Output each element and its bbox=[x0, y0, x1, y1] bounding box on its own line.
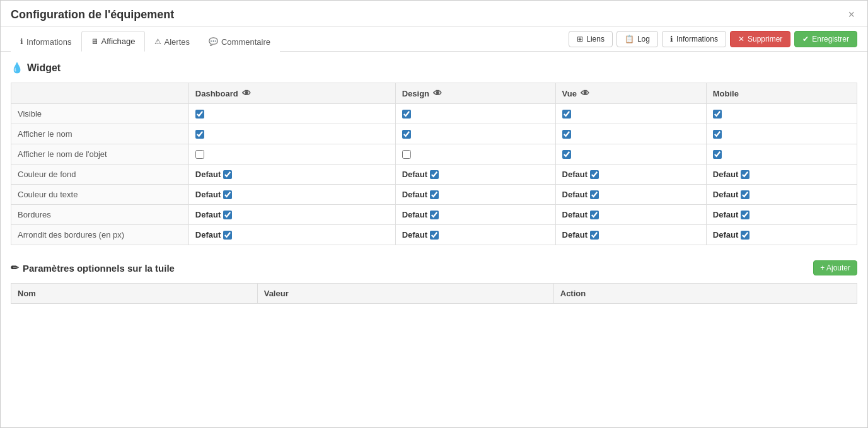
defaut-checkbox-vue-5[interactable] bbox=[590, 211, 599, 219]
defaut-label-vue-4: Defaut bbox=[562, 190, 587, 199]
log-button[interactable]: 📋 Log bbox=[616, 31, 658, 47]
dashboard-eye-icon: 👁 bbox=[242, 88, 251, 98]
table-row: Afficher le nom de l'objet bbox=[11, 144, 857, 165]
params-section-header: ✏ Paramètres optionnels sur la tuile + A… bbox=[11, 260, 857, 275]
enregistrer-button[interactable]: ✔ Enregistrer bbox=[794, 31, 857, 47]
enregistrer-label: Enregistrer bbox=[812, 35, 849, 43]
widget-section-title: 💧 Widget bbox=[11, 62, 857, 74]
cell-vue-0 bbox=[555, 104, 706, 124]
add-button[interactable]: + Ajouter bbox=[813, 260, 857, 275]
modal-body: 💧 Widget Dashboard 👁 Design bbox=[1, 52, 867, 314]
defaut-checkbox-mobile-3[interactable] bbox=[741, 170, 749, 179]
tab-alertes-label: Alertes bbox=[165, 37, 190, 47]
modal-close-button[interactable]: × bbox=[845, 8, 857, 21]
defaut-label-mobile-4: Defaut bbox=[713, 190, 738, 199]
cell-dashboard-6: Defaut bbox=[188, 225, 395, 245]
checkbox-dashboard-2[interactable] bbox=[195, 150, 204, 159]
row-label: Visible bbox=[11, 104, 189, 124]
checkbox-vue-0[interactable] bbox=[562, 110, 571, 119]
checkbox-dashboard-0[interactable] bbox=[195, 110, 204, 119]
defaut-label-design-3: Defaut bbox=[402, 170, 427, 179]
params-title-text: Paramètres optionnels sur la tuile bbox=[23, 263, 175, 274]
checkbox-vue-1[interactable] bbox=[562, 130, 571, 139]
tab-commentaire[interactable]: 💬 Commentaire bbox=[199, 31, 280, 52]
checkbox-design-1[interactable] bbox=[402, 130, 411, 139]
widget-icon: 💧 bbox=[11, 62, 23, 74]
tab-informations-label: Informations bbox=[26, 37, 72, 47]
params-section-title: ✏ Paramètres optionnels sur la tuile bbox=[11, 262, 175, 274]
defaut-checkbox-vue-3[interactable] bbox=[590, 170, 599, 179]
defaut-label-dashboard-6: Defaut bbox=[195, 230, 221, 240]
checkbox-mobile-0[interactable] bbox=[713, 110, 722, 119]
params-edit-icon: ✏ bbox=[11, 262, 19, 274]
supprimer-label: Supprimer bbox=[748, 35, 782, 43]
liens-button[interactable]: ⊞ Liens bbox=[569, 31, 613, 47]
params-table-header-row: Nom Valeur Action bbox=[11, 284, 857, 304]
widget-table-header-row: Dashboard 👁 Design 👁 Vue 👁 bbox=[11, 83, 857, 104]
cell-vue-2 bbox=[555, 144, 706, 165]
cell-design-1 bbox=[395, 124, 555, 144]
informations-btn-label: Informations bbox=[676, 35, 718, 43]
add-label: + Ajouter bbox=[820, 263, 850, 272]
informations-button[interactable]: ℹ Informations bbox=[662, 31, 726, 47]
row-label: Afficher le nom de l'objet bbox=[11, 144, 189, 165]
save-icon: ✔ bbox=[802, 35, 809, 43]
defaut-checkbox-design-4[interactable] bbox=[430, 190, 439, 199]
cell-design-0 bbox=[395, 104, 555, 124]
checkbox-vue-2[interactable] bbox=[562, 150, 571, 159]
checkbox-mobile-2[interactable] bbox=[713, 150, 722, 159]
checkbox-mobile-1[interactable] bbox=[713, 130, 722, 139]
tab-informations[interactable]: ℹ Informations bbox=[11, 31, 81, 52]
table-row: Couleur de fondDefautDefautDefautDefaut bbox=[11, 165, 857, 185]
cell-dashboard-2 bbox=[188, 144, 395, 165]
defaut-checkbox-vue-4[interactable] bbox=[590, 190, 599, 199]
defaut-checkbox-design-3[interactable] bbox=[430, 170, 439, 179]
tab-alertes[interactable]: ⚠ Alertes bbox=[145, 31, 199, 52]
defaut-checkbox-dashboard-4[interactable] bbox=[223, 190, 232, 199]
row-label: Couleur de fond bbox=[11, 165, 189, 185]
tab-commentaire-label: Commentaire bbox=[221, 37, 270, 47]
defaut-label-mobile-6: Defaut bbox=[713, 230, 738, 240]
defaut-label-dashboard-3: Defaut bbox=[195, 170, 221, 179]
cell-mobile-5: Defaut bbox=[706, 205, 857, 225]
defaut-label-dashboard-4: Defaut bbox=[195, 190, 221, 199]
defaut-checkbox-design-5[interactable] bbox=[430, 211, 439, 219]
cell-design-5: Defaut bbox=[395, 205, 555, 225]
tab-affichage[interactable]: 🖥 Affichage bbox=[81, 31, 145, 52]
cell-vue-1 bbox=[555, 124, 706, 144]
row-label: Afficher le nom bbox=[11, 124, 189, 144]
defaut-checkbox-mobile-5[interactable] bbox=[741, 211, 749, 219]
defaut-checkbox-dashboard-6[interactable] bbox=[223, 231, 232, 240]
defaut-checkbox-mobile-4[interactable] bbox=[741, 190, 749, 199]
alert-icon: ⚠ bbox=[154, 37, 161, 46]
cell-design-4: Defaut bbox=[395, 185, 555, 205]
log-icon: 📋 bbox=[625, 35, 634, 43]
widget-table: Dashboard 👁 Design 👁 Vue 👁 bbox=[11, 83, 857, 245]
params-col-valeur: Valeur bbox=[257, 284, 553, 304]
col-header-design: Design 👁 bbox=[395, 83, 555, 104]
checkbox-design-2[interactable] bbox=[402, 150, 411, 159]
col-header-empty bbox=[11, 83, 189, 104]
cell-design-6: Defaut bbox=[395, 225, 555, 245]
cell-dashboard-0 bbox=[188, 104, 395, 124]
checkbox-design-0[interactable] bbox=[402, 110, 411, 119]
defaut-checkbox-mobile-6[interactable] bbox=[741, 231, 749, 240]
cell-vue-4: Defaut bbox=[555, 185, 706, 205]
checkbox-dashboard-1[interactable] bbox=[195, 130, 204, 139]
defaut-checkbox-dashboard-5[interactable] bbox=[223, 211, 232, 219]
monitor-icon: 🖥 bbox=[91, 37, 98, 46]
dashboard-label: Dashboard bbox=[195, 89, 238, 98]
cell-vue-5: Defaut bbox=[555, 205, 706, 225]
defaut-label-dashboard-5: Defaut bbox=[195, 210, 221, 219]
defaut-checkbox-design-6[interactable] bbox=[430, 231, 439, 240]
defaut-checkbox-vue-6[interactable] bbox=[590, 231, 599, 240]
table-row: BorduresDefautDefautDefautDefaut bbox=[11, 205, 857, 225]
cell-dashboard-3: Defaut bbox=[188, 165, 395, 185]
supprimer-button[interactable]: ✕ Supprimer bbox=[730, 31, 790, 47]
defaut-label-design-5: Defaut bbox=[402, 210, 427, 219]
defaut-checkbox-dashboard-3[interactable] bbox=[223, 170, 232, 179]
toolbar-right: ⊞ Liens 📋 Log ℹ Informations ✕ Supprimer… bbox=[569, 31, 857, 51]
cell-mobile-6: Defaut bbox=[706, 225, 857, 245]
info-icon: ℹ bbox=[20, 37, 23, 46]
widget-table-body: VisibleAfficher le nomAfficher le nom de… bbox=[11, 104, 857, 245]
